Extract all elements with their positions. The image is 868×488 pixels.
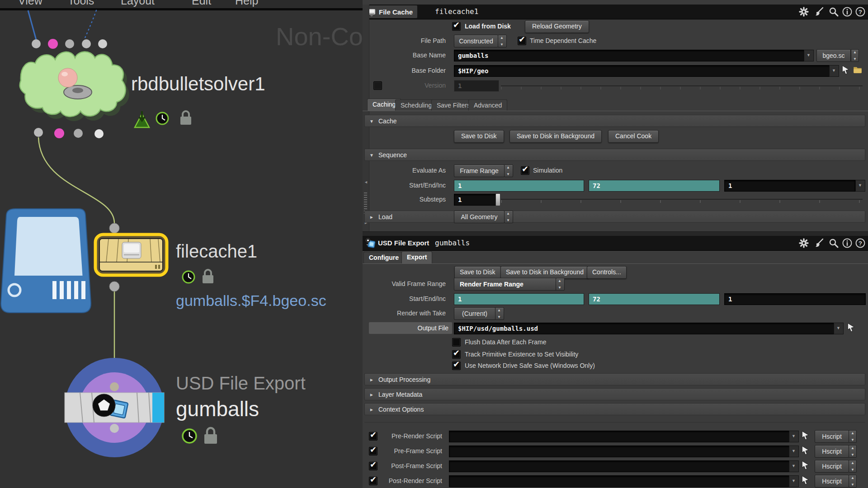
lock-icon[interactable] [180, 111, 191, 125]
node-name-field[interactable]: gumballs [435, 237, 470, 249]
start-frame-input[interactable]: 1 [454, 180, 584, 192]
render-with-take-dropdown[interactable]: (Current) [454, 307, 495, 320]
gear-icon[interactable] [798, 238, 809, 249]
extension-spinner[interactable] [851, 49, 859, 62]
output-processing-section[interactable]: Output Processing [364, 373, 865, 385]
save-to-disk-background-button[interactable]: Save to Disk in Background [509, 130, 602, 143]
clock-icon[interactable] [183, 271, 194, 283]
load-section-header[interactable]: Load [364, 211, 865, 223]
file-chooser-arrow-icon[interactable] [841, 65, 851, 75]
output-file-menu-button[interactable] [834, 323, 844, 334]
folder-icon[interactable] [853, 65, 863, 75]
script-menu-button[interactable] [789, 475, 799, 487]
time-dependent-cache-checkbox[interactable]: ✔ [518, 37, 526, 45]
substeps-input[interactable]: 1 [454, 194, 497, 206]
script-language-dropdown[interactable]: Hscript [815, 445, 849, 458]
file-path-spinner[interactable] [498, 35, 507, 47]
script-language-dropdown[interactable]: Hscript [815, 460, 849, 473]
node-usd-file-export[interactable] [65, 358, 164, 457]
end-frame-input[interactable]: 72 [589, 180, 720, 192]
node-filecache1[interactable] [94, 223, 168, 291]
script-language-dropdown[interactable]: Hscript [815, 475, 849, 488]
script-language-dropdown[interactable]: Hscript [815, 430, 849, 443]
base-name-menu-button[interactable] [804, 50, 814, 61]
render-flag-icon[interactable] [135, 111, 149, 127]
clock-icon[interactable] [156, 113, 168, 124]
lock-icon[interactable] [203, 270, 213, 283]
flush-data-checkbox[interactable] [452, 338, 461, 347]
extension-dropdown[interactable]: bgeo.sc [816, 49, 851, 62]
context-options-section[interactable]: Context Options [364, 403, 865, 415]
node-name-field[interactable]: filecache1 [435, 6, 478, 18]
brush-icon[interactable] [813, 6, 824, 17]
node-type-chip[interactable]: File Cache [364, 5, 417, 18]
substeps-slider[interactable] [501, 199, 863, 200]
gear-icon[interactable] [798, 6, 809, 17]
script-language-spinner[interactable] [849, 460, 857, 473]
file-chooser-arrow-icon[interactable] [801, 475, 811, 485]
file-chooser-arrow-icon[interactable] [846, 322, 856, 332]
track-primitive-checkbox[interactable]: ✔ [452, 350, 461, 359]
script-menu-button[interactable] [789, 460, 799, 472]
valid-frame-range-spinner[interactable] [556, 278, 565, 291]
increment-input[interactable]: 1 [724, 180, 855, 192]
start-frame-input[interactable]: 1 [454, 293, 584, 305]
clock-icon[interactable] [183, 429, 196, 443]
substeps-slider-handle[interactable] [495, 193, 500, 206]
cache-section-header[interactable]: Cache [364, 115, 865, 127]
brush-icon[interactable] [813, 238, 824, 249]
info-icon[interactable] [842, 238, 853, 249]
base-name-input[interactable]: gumballs [454, 50, 805, 61]
simulation-checkbox[interactable]: ✔ [521, 166, 529, 175]
valid-frame-range-dropdown[interactable]: Render Frame Range [454, 278, 561, 291]
pre-render-script-input[interactable] [449, 431, 792, 442]
pre-frame-script-label: Pre-Frame Script [376, 445, 442, 457]
script-menu-button[interactable] [789, 431, 799, 442]
network-safe-save-checkbox[interactable]: ✔ [452, 361, 461, 370]
script-language-spinner[interactable] [849, 445, 857, 458]
script-language-spinner[interactable] [849, 475, 857, 488]
increment-input[interactable]: 1 [724, 293, 866, 305]
file-chooser-arrow-icon[interactable] [801, 430, 811, 440]
render-with-take-spinner[interactable] [495, 307, 504, 320]
evaluate-as-spinner[interactable] [504, 164, 513, 177]
save-to-disk-button[interactable]: Save to Disk [454, 266, 501, 279]
file-chooser-arrow-icon[interactable] [801, 460, 811, 470]
file-path-dropdown[interactable]: Constructed [454, 35, 498, 47]
pre-frame-script-input[interactable] [449, 446, 792, 457]
evaluate-as-dropdown[interactable]: Frame Range [454, 164, 505, 177]
help-icon[interactable]: ? [855, 6, 866, 17]
search-icon[interactable] [828, 238, 839, 249]
load-spinner[interactable] [504, 211, 513, 223]
save-to-disk-background-button[interactable]: Save to Disk in Background [500, 266, 589, 279]
file-chooser-arrow-icon[interactable] [801, 445, 811, 455]
search-icon[interactable] [828, 6, 839, 17]
info-icon[interactable] [842, 6, 853, 17]
track-primitive-label: Track Primitive Existence to Set Visibil… [465, 350, 578, 359]
end-frame-input[interactable]: 72 [589, 293, 720, 305]
script-language-spinner[interactable] [849, 430, 857, 443]
network-editor[interactable]: View Tools Layout Edit Help Non-Co [0, 0, 363, 488]
lock-icon[interactable] [204, 428, 217, 444]
help-icon[interactable]: ? [855, 238, 866, 249]
layer-metadata-section[interactable]: Layer Metadata [364, 388, 865, 400]
base-folder-menu-button[interactable] [829, 65, 839, 77]
sequence-section-header[interactable]: Sequence [364, 149, 865, 161]
post-frame-script-input[interactable] [449, 460, 792, 472]
tab-export[interactable]: Export [401, 251, 432, 264]
controls-button[interactable]: Controls... [587, 266, 627, 279]
load-dropdown[interactable]: All Geometry [454, 211, 505, 223]
script-menu-button[interactable] [789, 446, 799, 457]
tab-advanced[interactable]: Advanced [468, 99, 507, 111]
frame-range-menu-button[interactable] [855, 180, 865, 192]
save-to-disk-button[interactable]: Save to Disk [454, 130, 504, 143]
reload-geometry-button[interactable]: Reload Geometry [525, 20, 589, 33]
cancel-cook-button[interactable]: Cancel Cook [608, 130, 659, 143]
load-from-disk-checkbox[interactable]: ✔ [452, 22, 461, 31]
post-render-script-input[interactable] [449, 475, 792, 487]
output-file-input[interactable]: $HIP/usd/gumballs.usd [454, 323, 836, 334]
version-enable-checkbox[interactable] [373, 81, 382, 90]
node-rbdbulletsolver1[interactable] [20, 39, 129, 138]
base-folder-input[interactable]: $HIP/geo [454, 65, 832, 77]
tab-configure[interactable]: Configure [363, 252, 404, 263]
